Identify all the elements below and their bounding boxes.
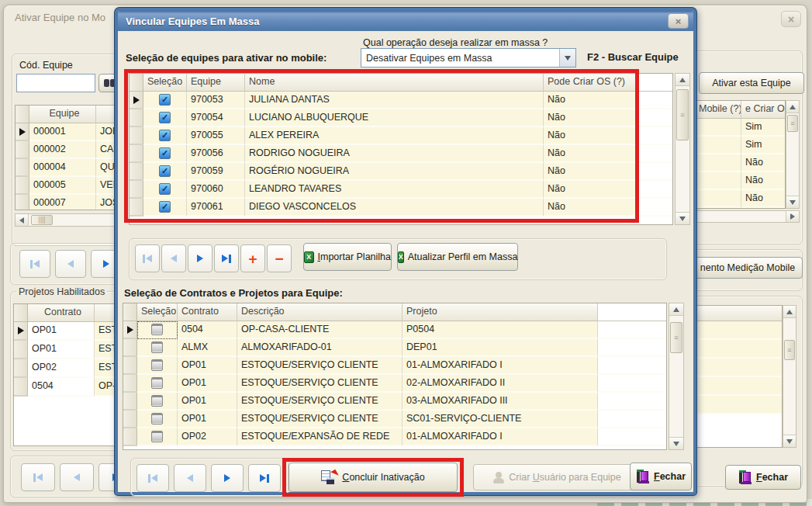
medicao-mobile-button[interactable]: nento Medição Mobile	[693, 257, 803, 279]
selection-label: Seleção de equipes para ativar no mobile…	[126, 52, 327, 64]
bg-project-row[interactable]: OP01 ESTO	[14, 341, 120, 359]
checkbox-unchecked-icon[interactable]	[151, 341, 163, 353]
contract-row[interactable]: OP01 ESTOQUE/SERVIÇO CLIENTE 03-ALMOXARI…	[123, 393, 667, 411]
add-row-button[interactable]: +	[240, 244, 265, 272]
nav-prev-button[interactable]	[55, 250, 86, 278]
bg-project-row[interactable]: OP01 ESTO	[14, 322, 120, 341]
scroll-up-icon[interactable]	[679, 78, 686, 82]
nav-first-button[interactable]	[21, 463, 55, 491]
nav-last-button[interactable]	[248, 464, 281, 492]
contracts-grid-vscrollbar[interactable]: ≡	[669, 303, 684, 450]
scroll-down-icon[interactable]	[790, 200, 796, 205]
scroll-down-icon[interactable]	[673, 442, 679, 446]
bg-team-row[interactable]: 000001 JOR	[16, 123, 120, 141]
scroll-left-icon[interactable]	[19, 217, 24, 224]
scroll-up-icon[interactable]	[786, 310, 793, 314]
nav-first-button[interactable]	[19, 250, 50, 278]
highlight-box-concluir-button	[282, 458, 464, 497]
nav-prev-button[interactable]	[174, 464, 206, 492]
checkbox-unchecked-icon[interactable]	[151, 324, 163, 335]
bg-window-title: Ativar Equipe no Mo	[15, 12, 105, 23]
checkbox-unchecked-icon[interactable]	[151, 359, 163, 371]
scroll-thumb[interactable]: ||||	[31, 215, 53, 225]
bg-projects-grid-header: Contrato	[14, 304, 119, 322]
bg-teams-hscrollbar[interactable]: ||||	[15, 213, 120, 227]
bg-team-row[interactable]: 000004 QUE	[16, 159, 120, 177]
contract-row[interactable]: ALMX ALMOXARIFADO-01 DEP01	[123, 339, 667, 357]
bg-right-row[interactable]: Sim	[695, 137, 786, 154]
col-criar-os: e Criar O	[741, 101, 786, 119]
contrato: OP01	[178, 357, 237, 375]
combo-arrow[interactable]	[559, 49, 575, 67]
team-code: 000005	[29, 177, 96, 195]
contract-row[interactable]: OP02 ESTOQUE/EXPANSÃO DE REDE 01-ALMOXAR…	[123, 428, 667, 446]
atualizar-perfil-button[interactable]: X Atualizar Perfil em Massa	[397, 243, 518, 271]
bg-team-row[interactable]: 000002 CAR	[16, 141, 120, 159]
minus-icon: −	[275, 251, 283, 266]
nav-first-button[interactable]	[136, 464, 169, 492]
bg-right-row[interactable]: Não	[695, 172, 786, 190]
checkbox-unchecked-icon[interactable]	[151, 431, 163, 442]
nav-prev-button[interactable]	[161, 244, 186, 272]
team-code: 000001	[29, 123, 96, 141]
teams-grid-vscrollbar[interactable]: ≡	[675, 73, 690, 225]
team-code: 000004	[29, 159, 96, 177]
projeto: 01-ALMOXARIFADO I	[403, 428, 598, 446]
nav-next-button[interactable]	[188, 244, 213, 272]
bg-right-grid-header: Mobile (?) e Criar O	[695, 101, 785, 119]
bg-right-row[interactable]: Não	[695, 154, 786, 172]
importar-planilha-button[interactable]: X Importar Planilha	[303, 243, 392, 271]
contract-row[interactable]: OP01 ESTOQUE/SERVIÇO CLIENTE 02-ALMOXARI…	[123, 375, 667, 393]
contrato: OP01	[178, 411, 237, 428]
scroll-thumb[interactable]: ≡	[784, 340, 795, 360]
current-row-arrow-icon	[18, 327, 24, 334]
criar-usuario-button[interactable]: Criar Usuário para Equipe	[473, 464, 641, 490]
bg-team-row[interactable]: 000005 VEN	[16, 177, 120, 195]
nav-prev-button[interactable]	[60, 463, 94, 491]
contract-row[interactable]: OP01 ESTOQUE/SERVIÇO CLIENTE 01-ALMOXARI…	[123, 357, 667, 375]
operation-select[interactable]: Desativar Equipes em Massa	[361, 48, 576, 68]
pode-criar-value: Sim	[741, 119, 786, 137]
scroll-down-icon[interactable]	[786, 439, 793, 444]
bg-right-row[interactable]: Não	[695, 190, 786, 208]
dialog-close-icon[interactable]: ×	[668, 13, 689, 29]
scroll-thumb[interactable]: ≡	[670, 322, 682, 353]
user-icon	[492, 472, 505, 483]
nav-first-button[interactable]	[135, 244, 160, 272]
screen: Ativar Equipe no Mo × Cód. Equipe Equipe…	[0, 0, 812, 506]
scroll-up-icon[interactable]	[790, 105, 796, 109]
plus-icon: +	[248, 251, 257, 266]
bg-right-vscrollbar[interactable]: ≡	[786, 100, 800, 209]
bg-teams-grid-header: Equipe	[16, 106, 119, 123]
bg-lower-vscrollbar[interactable]: ≡	[783, 305, 796, 448]
descricao: ALMOXARIFADO-01	[237, 339, 403, 357]
checkbox-unchecked-icon[interactable]	[151, 413, 163, 425]
bg-fechar-button[interactable]: Fechar	[725, 465, 801, 490]
bg-right-hscrollbar[interactable]	[694, 210, 800, 223]
checkbox-unchecked-icon[interactable]	[151, 395, 163, 407]
scroll-down-icon[interactable]	[679, 217, 686, 221]
bg-project-row[interactable]: 0504 OP-C	[14, 378, 120, 397]
scroll-right-icon[interactable]	[790, 213, 795, 220]
scroll-up-icon[interactable]	[673, 307, 679, 312]
scroll-thumb[interactable]: ≡	[787, 115, 798, 132]
contrato: OP01	[28, 341, 95, 359]
pode-criar-value: Não	[741, 154, 786, 172]
col-equipe: Equipe	[29, 106, 96, 123]
checkbox-unchecked-icon[interactable]	[151, 377, 163, 389]
bg-close-icon[interactable]: ×	[781, 11, 801, 27]
dialog-fechar-button[interactable]: Fechar	[630, 463, 692, 490]
cod-equipe-input[interactable]	[16, 74, 95, 92]
dialog-title: Vincular Equipes Em Massa	[118, 11, 693, 31]
contrato: OP01	[178, 375, 237, 393]
nav-last-button[interactable]	[214, 244, 239, 272]
contract-row[interactable]: 0504 OP-CASA-CLIENTE P0504	[123, 321, 667, 339]
bg-project-row[interactable]: OP02 ESTO	[14, 359, 120, 378]
delete-row-button[interactable]: −	[267, 244, 292, 272]
nav-next-button[interactable]	[211, 464, 244, 492]
scroll-thumb[interactable]: ≡	[676, 89, 689, 140]
bg-team-row[interactable]: 000007 JOSE	[16, 195, 120, 210]
bg-right-row[interactable]: Sim	[695, 119, 786, 137]
ativar-equipe-button[interactable]: Ativar esta Equipe	[699, 72, 804, 94]
contract-row[interactable]: OP01 ESTOQUE/SERVIÇO CLIENTE SC01-SERVIÇ…	[123, 411, 667, 428]
